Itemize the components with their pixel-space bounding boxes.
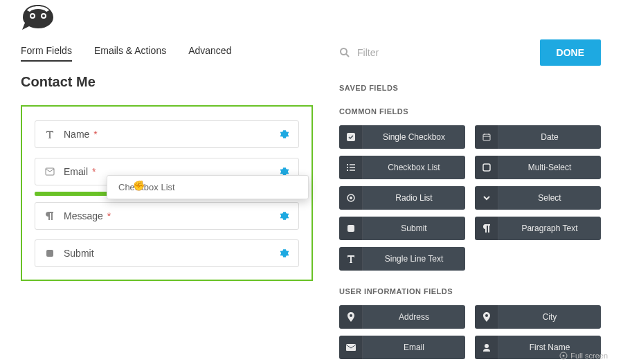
tab-form-fields[interactable]: Form Fields [21, 45, 72, 62]
paragraph-icon [44, 211, 55, 221]
add-checkbox-list[interactable]: Checkbox List [339, 156, 465, 179]
text-icon [44, 129, 55, 139]
required-indicator: * [92, 166, 96, 177]
svg-line-7 [346, 54, 349, 57]
field-row-submit[interactable]: Submit [35, 239, 299, 267]
radio-icon [339, 186, 363, 210]
field-label: Message * [64, 210, 280, 221]
map-pin-icon [339, 305, 363, 329]
paragraph-icon [475, 217, 498, 240]
svg-point-21 [350, 197, 352, 199]
gear-icon[interactable] [280, 248, 289, 258]
add-single-line-text[interactable]: Single Line Text [339, 247, 465, 271]
add-select[interactable]: Select [475, 186, 601, 210]
add-multi-select[interactable]: Multi-Select [475, 156, 601, 179]
checkbox-icon [339, 125, 363, 149]
add-radio-list[interactable]: Radio List [339, 186, 465, 210]
add-single-checkbox[interactable]: Single Checkbox [339, 125, 465, 149]
required-indicator: * [93, 129, 97, 140]
editor-tabs: Form Fields Emails & Actions Advanced [21, 45, 313, 62]
section-user-fields: USER INFORMATION FIELDS [339, 287, 601, 295]
svg-rect-5 [46, 250, 53, 257]
gear-icon[interactable] [280, 129, 289, 139]
field-library-panel: DONE SAVED FIELDS COMMON FIELDS Single C… [327, 33, 623, 364]
user-icon [475, 336, 498, 359]
gear-icon[interactable] [280, 211, 289, 221]
filter-search[interactable] [339, 47, 461, 58]
search-icon [339, 47, 350, 58]
square-outline-icon [475, 156, 498, 179]
square-icon [339, 217, 363, 240]
chevron-down-icon [475, 186, 498, 210]
email-icon [44, 167, 55, 176]
add-submit[interactable]: Submit [339, 217, 465, 240]
done-button[interactable]: DONE [540, 39, 601, 66]
svg-rect-19 [483, 164, 490, 171]
calendar-icon [475, 125, 498, 149]
common-fields-grid: Single Checkbox Date Checkbox List Multi… [339, 125, 601, 271]
list-icon [339, 156, 363, 179]
add-email[interactable]: Email [339, 336, 465, 359]
map-pin-icon [475, 305, 498, 329]
filter-input[interactable] [357, 47, 461, 58]
grab-cursor-icon: ✊ [133, 180, 145, 191]
field-label: Submit [64, 248, 280, 259]
field-label: Name * [64, 129, 280, 140]
svg-rect-16 [347, 164, 348, 165]
svg-point-24 [485, 344, 489, 348]
svg-rect-23 [346, 344, 356, 351]
add-date[interactable]: Date [475, 125, 601, 149]
svg-point-3 [42, 15, 45, 17]
field-row-message[interactable]: Message * [35, 202, 299, 230]
tab-advanced[interactable]: Advanced [188, 45, 231, 62]
form-title[interactable]: Contact Me [21, 74, 313, 90]
svg-point-27 [563, 355, 565, 357]
square-icon [44, 249, 55, 257]
add-paragraph-text[interactable]: Paragraph Text [475, 217, 601, 240]
required-indicator: * [107, 210, 111, 221]
add-city[interactable]: City [475, 305, 601, 329]
section-common-fields: COMMON FIELDS [339, 107, 601, 116]
tab-emails-actions[interactable]: Emails & Actions [94, 45, 166, 62]
fullscreen-icon [559, 352, 568, 360]
text-icon [339, 247, 363, 271]
fullscreen-label: Full screen [570, 352, 608, 360]
email-icon [339, 336, 363, 359]
svg-rect-18 [347, 170, 348, 171]
ninja-forms-logo [17, 3, 59, 33]
fullscreen-button[interactable]: Full screen [559, 352, 608, 360]
svg-rect-17 [347, 167, 348, 168]
svg-point-6 [341, 48, 347, 55]
field-row-name[interactable]: Name * [35, 120, 299, 148]
section-saved-fields: SAVED FIELDS [339, 84, 601, 92]
svg-rect-22 [347, 225, 354, 232]
svg-rect-9 [483, 134, 490, 140]
add-address[interactable]: Address [339, 305, 465, 329]
svg-point-2 [31, 15, 34, 17]
